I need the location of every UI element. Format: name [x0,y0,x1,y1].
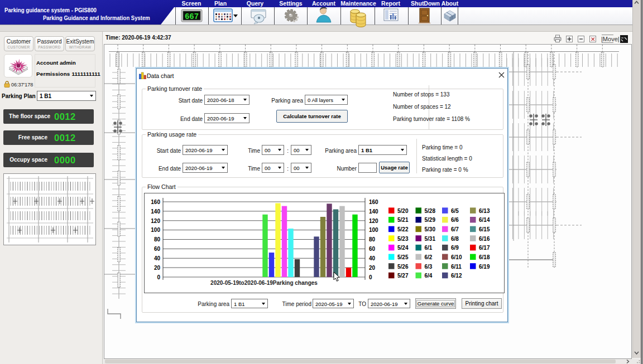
svg-text:6/3: 6/3 [425,264,433,270]
svg-text:6/12: 6/12 [451,273,462,279]
svg-text:20: 20 [154,265,161,271]
svg-text:120: 120 [151,218,160,224]
svg-text:140: 140 [151,208,160,215]
svg-text:6/4: 6/4 [425,273,433,279]
svg-text:120: 120 [369,218,378,224]
svg-text:6/14: 6/14 [479,217,490,223]
svg-text:6/13: 6/13 [479,208,490,214]
svg-text:160: 160 [369,199,378,205]
svg-text:5/20: 5/20 [397,208,409,214]
svg-text:|Move|: |Move| [601,36,620,42]
svg-text:6/9: 6/9 [451,245,459,251]
svg-text:6/16: 6/16 [479,236,490,242]
svg-text:6/11: 6/11 [451,264,462,270]
svg-text:5/26: 5/26 [397,264,409,270]
svg-text:5/23: 5/23 [397,236,409,242]
svg-text:2020-05-19to2020-06-19Parking: 2020-05-19to2020-06-19Parking changes [210,280,318,286]
svg-text:5/30: 5/30 [425,226,436,232]
svg-text:6/5: 6/5 [451,208,459,214]
svg-text:100: 100 [369,227,378,233]
svg-text:6/18: 6/18 [479,254,490,260]
svg-text:6/6: 6/6 [451,217,459,223]
svg-text:5/31: 5/31 [425,236,436,242]
svg-text:80: 80 [154,236,161,242]
svg-text:6/15: 6/15 [479,226,490,232]
svg-text:0: 0 [369,274,372,280]
svg-text:667: 667 [185,12,199,21]
svg-text:80: 80 [369,236,376,242]
svg-text:100: 100 [151,227,160,233]
svg-text:0: 0 [157,274,160,280]
svg-text:6/10: 6/10 [451,254,462,260]
svg-text:6/19: 6/19 [479,264,490,270]
svg-text:160: 160 [151,199,160,205]
svg-text:5/27: 5/27 [397,273,409,279]
svg-text:20: 20 [369,265,376,271]
svg-text:60: 60 [369,246,376,252]
svg-text:5/29: 5/29 [425,217,436,223]
svg-text:6/8: 6/8 [451,236,459,242]
svg-text:140: 140 [369,208,378,215]
svg-text:60: 60 [154,246,161,252]
svg-text:40: 40 [369,255,376,261]
svg-text:6/17: 6/17 [479,245,490,251]
svg-text:6/2: 6/2 [425,254,433,260]
svg-text:5/25: 5/25 [397,254,409,260]
svg-text:6/7: 6/7 [451,226,459,232]
svg-text:5/21: 5/21 [397,217,409,223]
svg-text:40: 40 [154,255,161,261]
svg-text:6/1: 6/1 [425,245,433,251]
svg-text:5/22: 5/22 [397,226,409,232]
svg-text:5/28: 5/28 [425,208,436,214]
svg-text:5/24: 5/24 [397,245,409,251]
